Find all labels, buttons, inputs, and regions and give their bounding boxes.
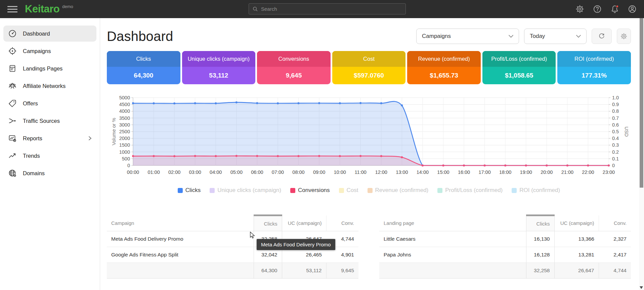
row-value-cell: 16,130 [526, 231, 554, 247]
svg-text:22:00: 22:00 [582, 170, 594, 175]
svg-text:Volume or %: Volume or % [111, 118, 117, 145]
metric-card-unique-clicks-campaign: Unique clicks (campaign)53,112 [182, 51, 256, 84]
table-row[interactable]: Little Caesars16,13013,3662,327 [379, 231, 631, 247]
svg-text:07:00: 07:00 [272, 170, 284, 175]
metric-card-label: Revenue (confirmed) [407, 51, 481, 67]
sidebar-item-label: Reports [23, 135, 42, 142]
svg-text:14:00: 14:00 [417, 170, 429, 175]
sidebar-item-dashboard[interactable]: Dashboard [3, 26, 96, 42]
svg-text:0.7: 0.7 [612, 115, 619, 121]
menu-icon[interactable] [7, 4, 17, 14]
svg-text:0.6: 0.6 [612, 122, 619, 128]
svg-text:18:00: 18:00 [499, 170, 511, 175]
metric-card-label: Clicks [107, 51, 180, 67]
metric-card-value: 53,112 [182, 67, 256, 84]
legend-item-profit-loss-confirmed[interactable]: Profit/Loss (confirmed) [437, 187, 503, 194]
campaigns-filter-select[interactable]: Campaigns [416, 29, 519, 44]
dashboard-icon [8, 29, 17, 38]
traffic-sources-icon [8, 116, 17, 125]
row-name-cell[interactable]: Meta Ads Food Delivery Promo [107, 231, 254, 247]
main-content: Dashboard Campaigns Today [100, 18, 644, 290]
help-icon[interactable] [593, 5, 602, 13]
sidebar-item-label: Dashboard [23, 31, 50, 37]
chart-legend: ClicksUnique clicks (campaign)Conversion… [107, 187, 631, 194]
svg-text:0.5: 0.5 [612, 129, 619, 134]
legend-item-revenue-confirmed[interactable]: Revenue (confirmed) [368, 187, 429, 194]
search-input[interactable] [261, 6, 402, 12]
metric-card-value: 177.31% [557, 67, 631, 84]
legend-item-cost[interactable]: Cost [339, 187, 358, 194]
total-cell [107, 263, 254, 279]
column-header-uc-campaign[interactable]: UC (campaign) [554, 215, 599, 231]
date-range-select[interactable]: Today [524, 29, 587, 44]
column-header-uc-campaign[interactable]: UC (campaign) [282, 215, 326, 231]
svg-text:500: 500 [122, 156, 130, 161]
refresh-button[interactable] [592, 29, 612, 44]
scrollbar-thumb[interactable] [640, 18, 643, 188]
chevron-down-icon [576, 35, 581, 38]
tooltip: Meta Ads Food Delivery Promo [257, 239, 335, 250]
total-cell [379, 263, 526, 279]
svg-text:0.1: 0.1 [612, 156, 619, 161]
svg-text:4500: 4500 [119, 102, 130, 107]
sidebar-item-label: Landings Pages [23, 65, 62, 72]
sidebar-item-affiliate-networks[interactable]: Affiliate Networks [3, 78, 96, 94]
account-icon[interactable] [628, 5, 637, 13]
sidebar-item-campaigns[interactable]: Campaigns [3, 43, 96, 59]
refresh-icon [598, 33, 605, 40]
legend-item-roi-confirmed[interactable]: ROI (confirmed) [512, 187, 560, 194]
svg-text:01:00: 01:00 [147, 170, 160, 175]
svg-text:12:00: 12:00 [375, 170, 387, 175]
row-value-cell: 13,366 [554, 231, 599, 247]
svg-text:17:00: 17:00 [478, 170, 490, 175]
sidebar-item-label: Offers [23, 100, 38, 107]
row-name-cell[interactable]: Papa Johns [379, 247, 526, 263]
gear-icon [620, 33, 628, 40]
notifications-icon[interactable] [610, 5, 619, 13]
topbar: Keitaro demo [0, 0, 644, 18]
legend-item-conversions[interactable]: Conversions [290, 187, 330, 194]
campaigns-filter-value: Campaigns [422, 33, 451, 40]
svg-text:00:00: 00:00 [127, 170, 139, 175]
sidebar-item-domains[interactable]: Domains [3, 165, 96, 181]
column-header-conv[interactable]: Conv. [599, 215, 631, 231]
legend-item-clicks[interactable]: Clicks [178, 187, 201, 194]
legend-item-unique-clicks-campaign[interactable]: Unique clicks (campaign) [210, 187, 281, 194]
svg-text:15:00: 15:00 [437, 170, 449, 175]
metric-card-value: $597.0760 [332, 67, 406, 84]
scroll-down-arrow-icon[interactable] [640, 286, 643, 289]
svg-text:1.0: 1.0 [612, 95, 619, 100]
brand-demo-label: demo [62, 4, 73, 9]
row-value-cell: 2,417 [599, 247, 631, 263]
table-row[interactable]: Papa Johns16,12813,2812,417 [379, 247, 631, 263]
svg-text:13:00: 13:00 [396, 170, 408, 175]
row-name-cell[interactable]: Google Ads Fitness App Split [107, 247, 254, 263]
sidebar-item-traffic-sources[interactable]: Traffic Sources [3, 113, 96, 129]
brand: Keitaro demo [25, 3, 73, 15]
sidebar-item-trends[interactable]: Trends [3, 148, 96, 164]
metric-card-value: 64,300 [107, 67, 180, 84]
sidebar-item-offers[interactable]: Offers [3, 95, 96, 111]
sidebar: DashboardCampaignsLandings PagesAffiliat… [0, 18, 100, 290]
svg-text:05:00: 05:00 [230, 170, 243, 175]
column-header-landing-page[interactable]: Landing page [379, 215, 526, 231]
column-header-conv[interactable]: Conv. [326, 215, 358, 231]
row-name-cell[interactable]: Little Caesars [379, 231, 526, 247]
chevron-right-icon [88, 136, 92, 141]
dashboard-settings-button[interactable] [617, 29, 631, 44]
svg-text:0: 0 [612, 163, 615, 168]
column-header-clicks[interactable]: Clicks [526, 215, 554, 231]
svg-text:06:00: 06:00 [251, 170, 263, 175]
sidebar-item-reports[interactable]: Reports [3, 130, 96, 146]
legend-swatch [368, 188, 373, 193]
topbar-icons [575, 0, 637, 18]
settings-icon[interactable] [575, 5, 584, 13]
sidebar-item-landings-pages[interactable]: Landings Pages [3, 60, 96, 77]
column-header-campaign[interactable]: Campaign [107, 215, 254, 231]
sidebar-item-label: Traffic Sources [23, 118, 60, 124]
column-header-clicks[interactable]: Clicks [254, 215, 282, 231]
svg-text:0.3: 0.3 [612, 142, 619, 148]
row-value-cell: 13,281 [554, 247, 599, 263]
legend-label: ROI (confirmed) [519, 187, 560, 194]
svg-text:20:00: 20:00 [541, 170, 553, 175]
